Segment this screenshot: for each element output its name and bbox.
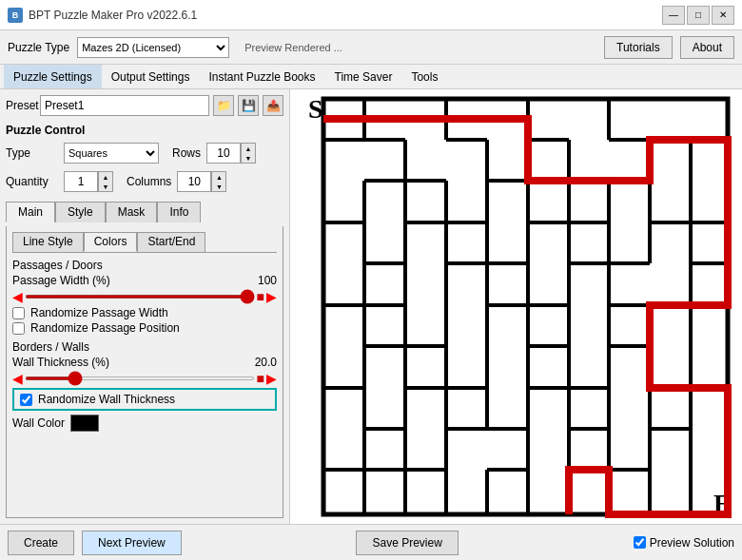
wall-color-row: Wall Color: [12, 415, 277, 432]
randomize-wall-thickness-label: Randomize Wall Thickness: [38, 393, 175, 406]
next-preview-button[interactable]: Next Preview: [82, 531, 182, 555]
randomize-passage-width-checkbox[interactable]: [12, 307, 25, 319]
rows-arrows: ▲ ▼: [241, 143, 256, 164]
minimize-button[interactable]: —: [662, 6, 685, 25]
tab-info[interactable]: Info: [157, 202, 201, 222]
app-title: BPT Puzzle Maker Pro v2022.6.1: [29, 9, 662, 22]
subtab-start-end[interactable]: Start/End: [137, 232, 205, 252]
maze-svg: S E: [290, 89, 742, 524]
wall-color-label: Wall Color: [12, 416, 65, 430]
passage-width-value: 100: [248, 274, 277, 287]
quantity-row: Quantity ▲ ▼ Columns ▲ ▼: [6, 171, 283, 192]
preview-solution-label: Preview Solution: [650, 536, 734, 550]
rows-down-arrow[interactable]: ▼: [242, 153, 255, 163]
wall-thickness-slider-container: ◀ ■ ▶: [12, 371, 277, 386]
passage-width-left-arrow[interactable]: ◀: [12, 289, 23, 304]
wall-thickness-row: Wall Thickness (%) 20.0: [12, 356, 277, 369]
preset-row: Preset 📁 💾 📤: [6, 95, 283, 116]
tab-mask[interactable]: Mask: [106, 202, 158, 222]
columns-down-arrow[interactable]: ▼: [212, 182, 225, 191]
maximize-button[interactable]: □: [687, 6, 710, 25]
tab-content: Line Style Colors Start/End Passages / D…: [6, 226, 283, 518]
menu-puzzle-settings[interactable]: Puzzle Settings: [4, 65, 102, 88]
save-preview-button[interactable]: Save Preview: [356, 531, 458, 555]
wall-thickness-value: 20.0: [248, 356, 277, 369]
quantity-input[interactable]: [64, 171, 98, 192]
wall-thickness-right-arrow[interactable]: ▶: [266, 371, 277, 386]
puzzle-control-label: Puzzle Control: [6, 124, 283, 137]
export-icon-button[interactable]: 📤: [263, 95, 283, 116]
preview-text: Preview Rendered ...: [244, 42, 596, 53]
type-select[interactable]: Squares: [64, 143, 159, 164]
folder-icon-button[interactable]: 📁: [213, 95, 234, 116]
window-controls: — □ ✕: [662, 6, 734, 25]
randomize-passage-position-checkbox[interactable]: [12, 322, 25, 335]
subtab-colors[interactable]: Colors: [84, 232, 138, 252]
menu-time-saver[interactable]: Time Saver: [325, 65, 402, 88]
bottom-bar: Create Next Preview Save Preview Preview…: [0, 524, 742, 560]
wall-thickness-label: Wall Thickness (%): [12, 356, 244, 369]
left-panel: Preset 📁 💾 📤 Puzzle Control Type Squares…: [0, 89, 290, 524]
passage-width-label: Passage Width (%): [12, 274, 244, 287]
columns-label: Columns: [127, 175, 171, 188]
columns-spinbox: ▲ ▼: [177, 171, 226, 192]
borders-walls-label: Borders / Walls: [12, 340, 277, 354]
randomize-wall-thickness-checkbox[interactable]: [20, 394, 32, 406]
tab-style[interactable]: Style: [55, 202, 106, 222]
wall-thickness-center-icon: ■: [257, 371, 264, 386]
randomize-wall-thickness-row: Randomize Wall Thickness: [12, 388, 277, 411]
maze-preview: S E: [290, 89, 742, 524]
columns-up-arrow[interactable]: ▲: [212, 172, 225, 182]
create-button[interactable]: Create: [8, 531, 74, 555]
menu-bar: Puzzle Settings Output Settings Instant …: [0, 65, 742, 89]
rows-up-arrow[interactable]: ▲: [242, 144, 255, 153]
quantity-down-arrow[interactable]: ▼: [99, 182, 112, 191]
randomize-passage-position-label: Randomize Passage Position: [30, 321, 180, 335]
randomize-passage-position-row: Randomize Passage Position: [12, 321, 277, 335]
top-bar: Puzzle Type Mazes 2D (Licensed) Preview …: [0, 30, 742, 65]
puzzle-type-select[interactable]: Mazes 2D (Licensed): [77, 37, 229, 58]
menu-tools[interactable]: Tools: [401, 65, 447, 88]
close-button[interactable]: ✕: [712, 6, 734, 25]
preset-input[interactable]: [40, 95, 209, 116]
quantity-arrows: ▲ ▼: [98, 171, 113, 192]
rows-label: Rows: [172, 146, 201, 160]
preset-label: Preset: [6, 99, 36, 112]
tab-main[interactable]: Main: [6, 202, 55, 222]
preview-solution-row: Preview Solution: [634, 536, 734, 550]
wall-color-swatch[interactable]: [70, 415, 99, 432]
title-bar: B BPT Puzzle Maker Pro v2022.6.1 — □ ✕: [0, 0, 742, 30]
passage-width-slider-container: ◀ ■ ▶: [12, 289, 277, 304]
passage-width-center-icon: ■: [257, 289, 264, 304]
quantity-up-arrow[interactable]: ▲: [99, 172, 112, 182]
main-tabs: Main Style Mask Info: [6, 202, 283, 222]
save-icon-button[interactable]: 💾: [238, 95, 259, 116]
wall-thickness-slider[interactable]: [25, 377, 255, 380]
puzzle-type-label: Puzzle Type: [8, 41, 69, 54]
quantity-spinbox: ▲ ▼: [64, 171, 113, 192]
rows-spinbox: ▲ ▼: [206, 143, 256, 164]
about-button[interactable]: About: [680, 36, 734, 59]
passage-width-right-arrow[interactable]: ▶: [266, 289, 277, 304]
subtab-line-style[interactable]: Line Style: [12, 232, 84, 252]
randomize-passage-width-row: Randomize Passage Width: [12, 306, 277, 319]
menu-output-settings[interactable]: Output Settings: [102, 65, 200, 88]
wall-thickness-left-arrow[interactable]: ◀: [12, 371, 23, 386]
main-layout: Preset 📁 💾 📤 Puzzle Control Type Squares…: [0, 89, 742, 524]
type-label: Type: [6, 146, 58, 160]
svg-text:S: S: [308, 94, 323, 124]
preview-solution-checkbox[interactable]: [634, 536, 646, 549]
subtabs: Line Style Colors Start/End: [12, 232, 277, 253]
columns-arrows: ▲ ▼: [211, 171, 226, 192]
app-icon: B: [8, 8, 23, 23]
quantity-label: Quantity: [6, 175, 58, 188]
passage-width-row: Passage Width (%) 100: [12, 274, 277, 287]
tutorials-button[interactable]: Tutorials: [604, 36, 673, 59]
passage-width-slider[interactable]: [25, 295, 255, 299]
menu-instant-puzzle-books[interactable]: Instant Puzzle Books: [199, 65, 324, 88]
columns-input[interactable]: [177, 171, 211, 192]
randomize-passage-width-label: Randomize Passage Width: [30, 306, 168, 319]
passages-doors-label: Passages / Doors: [12, 259, 277, 272]
type-row: Type Squares Rows ▲ ▼: [6, 143, 283, 164]
rows-input[interactable]: [206, 143, 241, 164]
